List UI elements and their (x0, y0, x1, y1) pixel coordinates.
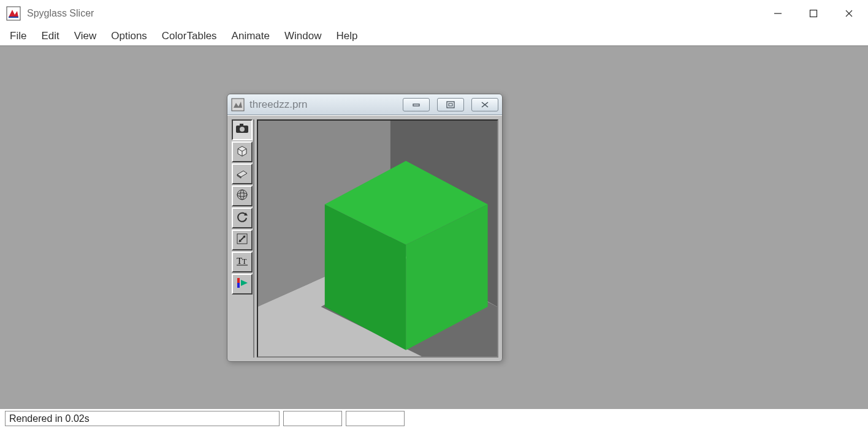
svg-rect-7 (447, 102, 454, 108)
maximize-button[interactable] (796, 0, 831, 27)
menu-bar: File Edit View Options ColorTables Anima… (0, 27, 868, 47)
menu-help[interactable]: Help (329, 28, 365, 45)
svg-rect-6 (413, 104, 419, 106)
child-maximize-button[interactable] (437, 98, 464, 111)
child-minimize-button[interactable] (403, 98, 430, 111)
menu-options[interactable]: Options (104, 28, 154, 45)
tool-cube[interactable] (232, 141, 253, 162)
camera-icon (235, 123, 249, 137)
document-window[interactable]: threedzz.prn (227, 94, 503, 362)
tool-resize[interactable] (232, 230, 253, 250)
status-bar: Rendered in 0.02s (0, 409, 868, 428)
document-icon (231, 98, 245, 111)
menu-view[interactable]: View (67, 28, 104, 45)
app-title: Spyglass Slicer (27, 8, 94, 19)
app-icon (6, 6, 21, 21)
render-viewport[interactable] (257, 119, 498, 358)
child-close-button[interactable] (471, 98, 498, 111)
svg-point-13 (240, 127, 245, 132)
svg-point-20 (237, 190, 247, 200)
svg-marker-33 (241, 280, 248, 286)
rotate-icon (235, 210, 249, 226)
menu-window[interactable]: Window (277, 28, 329, 45)
tool-color-axis[interactable] (232, 274, 253, 295)
mdi-workspace: threedzz.prn (0, 47, 868, 409)
svg-rect-32 (237, 283, 240, 288)
svg-rect-2 (810, 10, 817, 17)
document-titlebar[interactable]: threedzz.prn (227, 94, 502, 115)
menu-animate[interactable]: Animate (224, 28, 277, 45)
status-cell-2 (283, 411, 342, 426)
menu-edit[interactable]: Edit (34, 28, 66, 45)
cube-icon (235, 144, 249, 160)
scene-canvas (258, 121, 497, 356)
slice-icon (235, 166, 249, 182)
tool-text[interactable]: TT (232, 252, 253, 272)
app-titlebar: Spyglass Slicer (0, 0, 868, 27)
tool-slice[interactable] (232, 163, 253, 184)
sphere-icon (235, 188, 249, 204)
tool-sphere[interactable] (232, 186, 253, 206)
status-cell-3 (346, 411, 405, 426)
tool-rotate[interactable] (232, 208, 253, 228)
window-controls (760, 0, 867, 27)
tool-camera[interactable] (232, 119, 253, 140)
close-button[interactable] (831, 0, 867, 27)
document-body: TT (227, 115, 502, 361)
svg-text:T: T (237, 256, 242, 266)
menu-colortables[interactable]: ColorTables (154, 28, 224, 45)
svg-text:T: T (242, 257, 247, 266)
status-message: Rendered in 0.02s (5, 411, 280, 426)
menu-file[interactable]: File (2, 28, 34, 45)
svg-rect-8 (449, 103, 452, 106)
minimize-button[interactable] (760, 0, 796, 27)
svg-rect-5 (232, 99, 244, 111)
color-axis-icon (235, 276, 249, 292)
tool-palette: TT (231, 119, 254, 358)
document-title: threedzz.prn (249, 99, 308, 111)
text-tool-icon: TT (235, 254, 249, 270)
resize-icon (235, 232, 249, 248)
svg-rect-12 (240, 124, 243, 126)
